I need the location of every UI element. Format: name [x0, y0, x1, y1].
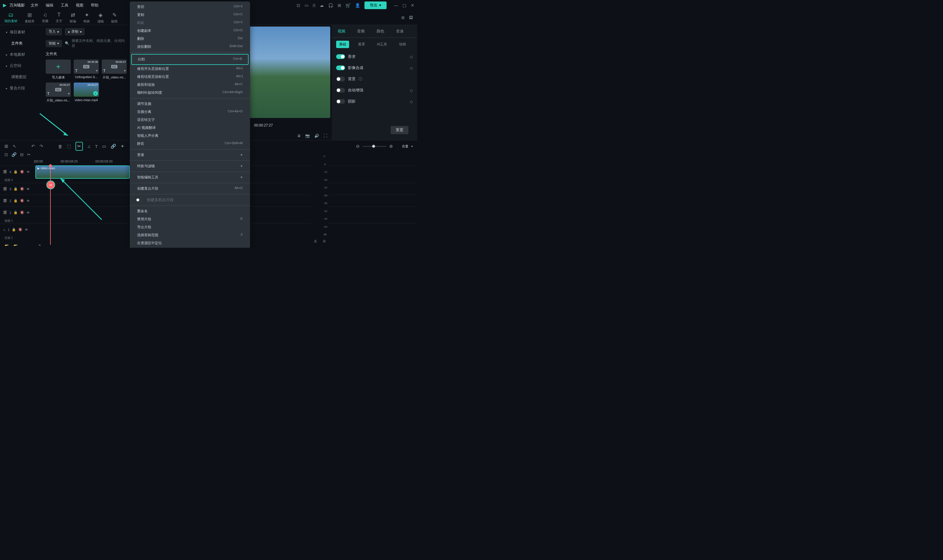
clip-thumb[interactable]: 00:45:36CCT+ — [74, 60, 99, 74]
subtab-basic[interactable]: 基础 — [336, 41, 349, 48]
keyframe-diamond-icon[interactable]: ◇ — [410, 88, 413, 92]
export-button[interactable]: 导出▾ — [365, 2, 386, 9]
track-mute-icon[interactable]: 🔇 — [18, 228, 22, 231]
track-lock-icon[interactable]: 🔒 — [14, 187, 18, 191]
reset-button[interactable]: 重置 — [391, 126, 408, 134]
prop-toggle[interactable] — [336, 54, 345, 59]
ctx-item[interactable]: 创建副本Ctrl+D — [130, 27, 250, 35]
ctx-toggle[interactable] — [136, 198, 143, 202]
apps-icon[interactable]: ⊞ — [338, 3, 341, 8]
sidebar-item-0[interactable]: ▾项目素材 — [0, 26, 43, 38]
tool-tab-6[interactable]: ◈滤镜 — [97, 12, 104, 24]
prop-toggle[interactable] — [336, 88, 345, 92]
text-tool-icon[interactable]: T — [95, 144, 98, 149]
menu-view[interactable]: 视图 — [76, 3, 83, 8]
track-eye-icon[interactable]: 👁 — [26, 187, 30, 191]
ctx-item[interactable]: 复制Ctrl+C — [130, 11, 250, 19]
ctx-item[interactable]: 修剪结尾至游标位置Alt+] — [130, 73, 250, 81]
link-tool-icon[interactable]: 🔗 — [111, 144, 116, 149]
ctx-item[interactable]: 智能编辑工具▸ — [130, 174, 250, 182]
add-icon[interactable]: + — [124, 69, 126, 73]
track-mute-icon[interactable]: 🔇 — [20, 211, 24, 214]
user-icon[interactable]: 👤 — [355, 3, 360, 8]
ctx-item[interactable]: 智能人声分离 — [130, 132, 250, 140]
sidebar-item-5[interactable]: ▸复合片段 — [0, 83, 43, 94]
menu-file[interactable]: 文件 — [31, 3, 38, 8]
menu-help[interactable]: 帮助 — [91, 3, 98, 8]
zoom-slider[interactable] — [363, 146, 386, 147]
ctx-item[interactable]: 修剪开头至游标位置Alt+[ — [130, 65, 250, 73]
video-thumb[interactable]: 00:00:27✓ — [74, 83, 99, 97]
menu-tools[interactable]: 工具 — [61, 3, 68, 8]
maximize-icon[interactable]: ▢ — [403, 3, 406, 8]
tab-color[interactable]: 颜色 — [371, 25, 390, 37]
ctx-item[interactable]: 波纹删除Shift+Del — [130, 43, 250, 51]
tab-video[interactable]: 视频 — [332, 25, 351, 37]
device-icon[interactable]: ⊡ — [297, 3, 300, 8]
tab-audio[interactable]: 音频 — [351, 25, 371, 37]
track-mute-icon[interactable]: 🔇 — [20, 187, 24, 191]
media-item-2[interactable]: 00:00:27CCT+片段_video-mi... — [102, 60, 127, 80]
timeline-clip[interactable]: ▶ video-miao — [35, 165, 130, 179]
zoom-out-icon[interactable]: ⊖ — [356, 144, 360, 149]
track-mute-icon[interactable]: 🔇 — [20, 199, 24, 203]
ctx-item[interactable]: 禁用片段E — [130, 215, 250, 223]
search-input[interactable]: 🔍 搜索文件名称、画面元素、台词内容 — [65, 38, 127, 48]
effects-tool-icon[interactable]: ✦ — [121, 144, 125, 149]
ctx-item[interactable]: 顺时针旋转90度Ctrl+Alt+Right — [130, 89, 250, 97]
keyframe-diamond-icon[interactable]: ◇ — [410, 55, 413, 59]
tool-tab-7[interactable]: ✎贴纸 — [111, 12, 118, 24]
ctx-item[interactable]: 分割Ctrl+B — [131, 54, 249, 65]
headphones-icon[interactable]: 🎧 — [328, 3, 333, 8]
keyframe-diamond-icon[interactable]: ◇ — [410, 66, 413, 70]
tool-tab-4[interactable]: ⇄转场 — [69, 12, 76, 24]
timeline-opt2-icon[interactable]: 🔗 — [11, 152, 17, 157]
add-icon[interactable]: + — [96, 69, 98, 73]
smart-dropdown[interactable]: 智能 ▾ — [46, 40, 62, 47]
ctx-item[interactable]: 在资源区中定位 — [130, 239, 250, 247]
zoom-in-icon[interactable]: ⊕ — [389, 144, 393, 149]
volume-label[interactable]: 音量 — [402, 144, 408, 149]
ctx-item[interactable]: 调节音频 — [130, 100, 250, 108]
media-item-0[interactable]: +导入媒体 — [46, 60, 71, 80]
subtab-animation[interactable]: 动画 — [396, 41, 409, 48]
ctx-item[interactable]: 删除Del — [130, 35, 250, 43]
prop-toggle[interactable] — [336, 99, 345, 104]
tab-speed[interactable]: 变速 — [390, 25, 409, 37]
track-eye-icon[interactable]: 👁 — [26, 170, 30, 174]
track-lock-icon[interactable]: 🔒 — [14, 211, 18, 214]
sidebar-item-3[interactable]: ▸云空间 — [0, 60, 43, 71]
track-mute-icon[interactable]: 🔇 — [20, 170, 24, 174]
track-eye-icon[interactable]: 👁 — [26, 211, 30, 214]
save-icon[interactable]: ⎙ — [313, 3, 315, 8]
tool-tab-3[interactable]: T文字 — [56, 12, 62, 24]
minimize-icon[interactable]: — — [394, 3, 398, 8]
import-thumb[interactable]: + — [46, 60, 71, 74]
grid-view-icon[interactable]: ⊞ — [402, 15, 405, 20]
ctx-item[interactable]: 语音转文字 — [130, 116, 250, 124]
ctx-item[interactable]: 裁剪和缩放Alt+C — [130, 81, 250, 89]
camera-icon[interactable]: 📷 — [305, 134, 310, 138]
ctx-item[interactable]: 创建复合片段Alt+G — [130, 185, 250, 192]
record-dropdown[interactable]: ● 录制 ▾ — [65, 28, 85, 35]
monitor-icon[interactable]: ▭ — [305, 3, 308, 8]
music-tool-icon[interactable]: ♫ — [87, 144, 91, 149]
ctx-item[interactable]: 静音Ctrl+Shift+M — [130, 140, 250, 148]
ctx-item[interactable]: 特效与滤镜▸ — [130, 162, 250, 170]
media-item-1[interactable]: 00:45:36CCT+Unforgotten.S... — [74, 60, 99, 80]
tool-tab-0[interactable]: 🗂我的素材 — [5, 12, 17, 24]
playhead[interactable] — [50, 166, 51, 245]
select-tool-icon[interactable]: ⊞ — [5, 144, 8, 149]
sidebar-item-1[interactable]: 文件夹 — [0, 38, 43, 49]
sidebar-item-4[interactable]: 调整图层 — [0, 71, 43, 83]
media-item-4[interactable]: 00:00:27✓video-miao.mp4 — [74, 83, 99, 103]
ctx-item[interactable]: 剪切Ctrl+X — [130, 3, 250, 11]
menu-edit[interactable]: 编辑 — [46, 3, 53, 8]
tool-tab-2[interactable]: ♫音频 — [42, 12, 48, 24]
sidebar-item-2[interactable]: ▸本地素材 — [0, 49, 43, 60]
tool-tab-5[interactable]: ✦特效 — [83, 12, 90, 24]
cart-icon[interactable]: 🛒 — [346, 3, 351, 8]
clip-thumb[interactable]: 00:00:27CCT+ — [102, 60, 127, 74]
import-dropdown[interactable]: 导入 ▾ — [46, 28, 62, 35]
fullscreen-icon[interactable]: ⛶ — [323, 134, 327, 138]
